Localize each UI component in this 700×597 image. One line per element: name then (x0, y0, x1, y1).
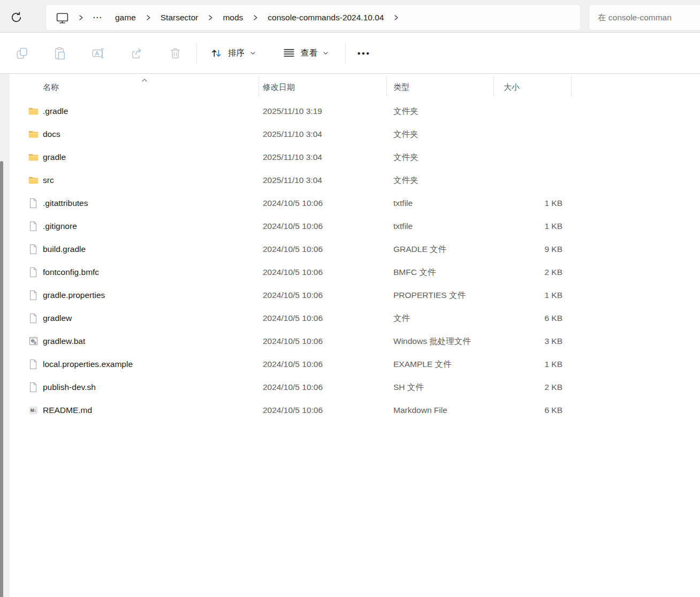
file-size: 9 KB (493, 238, 562, 261)
search-box[interactable] (589, 4, 700, 30)
file-row[interactable]: M↓ README.md 2024/10/5 10:06 Markdown Fi… (0, 399, 700, 422)
markdown-file-icon: M↓ (27, 399, 40, 422)
column-header-type[interactable]: 类型 (393, 75, 409, 98)
column-divider[interactable] (571, 76, 572, 96)
breadcrumb-chevron[interactable] (143, 14, 154, 21)
file-size (493, 123, 562, 146)
more-options-button[interactable]: ••• (351, 41, 377, 65)
column-divider[interactable] (386, 76, 387, 96)
file-row[interactable]: publish-dev.sh 2024/10/5 10:06 SH 文件 2 K… (0, 376, 700, 399)
delete-button[interactable] (164, 42, 186, 64)
file-row[interactable]: gradle 2025/11/10 3:04 文件夹 (0, 146, 700, 169)
folder-icon (27, 100, 40, 123)
file-row[interactable]: fontconfig.bmfc 2024/10/5 10:06 BMFC 文件 … (0, 261, 700, 284)
refresh-icon (10, 11, 23, 24)
file-row[interactable]: build.gradle 2024/10/5 10:06 GRADLE 文件 9… (0, 238, 700, 261)
chevron-down-icon (249, 50, 256, 57)
file-name: .gitattributes (43, 192, 88, 215)
file-row[interactable]: gradlew.bat 2024/10/5 10:06 Windows 批处理文… (0, 330, 700, 353)
breadcrumb-item-game[interactable]: game (108, 8, 143, 27)
file-row[interactable]: gradle.properties 2024/10/5 10:06 PROPER… (0, 284, 700, 307)
more-options-label: ••• (357, 49, 371, 58)
sort-arrows-icon (210, 47, 223, 60)
file-name: .gradle (43, 100, 68, 123)
this-pc-monitor-icon (55, 11, 70, 25)
file-name: gradle.properties (43, 284, 105, 307)
file-size: 2 KB (493, 261, 562, 284)
file-type: 文件夹 (393, 146, 419, 169)
file-type: 文件夹 (393, 100, 419, 123)
copy-button[interactable] (11, 42, 32, 64)
sort-label: 排序 (228, 48, 245, 59)
breadcrumb-item-starsector[interactable]: Starsector (154, 8, 206, 27)
file-size (493, 100, 562, 123)
svg-text:M↓: M↓ (30, 408, 36, 413)
generic-file-icon (27, 376, 40, 399)
file-type: Markdown File (393, 399, 447, 422)
file-size (493, 146, 562, 169)
breadcrumb-this-pc[interactable] (49, 11, 75, 25)
column-header-name[interactable]: 名称 (43, 75, 59, 98)
file-row[interactable]: .gitignore 2024/10/5 10:06 txtfile 1 KB (0, 215, 700, 238)
file-date-modified: 2024/10/5 10:06 (263, 330, 323, 353)
copy-icon (14, 46, 29, 60)
file-date-modified: 2024/10/5 10:06 (263, 376, 323, 399)
sort-ascending-caret-icon (141, 75, 148, 85)
generic-file-icon (27, 215, 40, 238)
breadcrumb-addressbar[interactable]: ⋯ game Starsector mods console-commands-… (45, 4, 581, 30)
paste-button[interactable] (49, 42, 70, 64)
file-type: 文件 (393, 307, 410, 330)
address-toolbar: ⋯ game Starsector mods console-commands-… (0, 0, 700, 32)
file-row[interactable]: local.properties.example 2024/10/5 10:06… (0, 353, 700, 376)
file-row[interactable]: src 2025/11/10 3:04 文件夹 (0, 169, 700, 192)
breadcrumb-overflow[interactable]: ⋯ (86, 12, 108, 23)
breadcrumb-chevron[interactable] (391, 14, 401, 21)
rename-button[interactable] (87, 42, 109, 64)
file-date-modified: 2024/10/5 10:06 (263, 215, 323, 238)
file-row[interactable]: .gitattributes 2024/10/5 10:06 txtfile 1… (0, 192, 700, 215)
file-row[interactable]: gradlew 2024/10/5 10:06 文件 6 KB (0, 307, 700, 330)
file-date-modified: 2024/10/5 10:06 (263, 284, 323, 307)
file-name: .gitignore (43, 215, 77, 238)
file-name: gradlew (43, 307, 72, 330)
column-divider[interactable] (493, 76, 494, 96)
rename-icon (91, 46, 105, 60)
file-date-modified: 2024/10/5 10:06 (263, 238, 323, 261)
paste-icon (52, 46, 67, 60)
file-type: 文件夹 (393, 169, 419, 192)
breadcrumb-chevron[interactable] (75, 14, 86, 21)
breadcrumb-chevron[interactable] (250, 14, 261, 21)
search-input[interactable] (589, 13, 700, 22)
column-header-date-modified[interactable]: 修改日期 (263, 75, 295, 98)
column-header-size[interactable]: 大小 (504, 75, 520, 98)
generic-file-icon (27, 261, 40, 284)
view-button[interactable]: 查看 (277, 41, 334, 65)
chevron-right-icon (144, 14, 152, 21)
file-name: src (43, 169, 54, 192)
toolbar-separator (345, 43, 346, 64)
sort-button[interactable]: 排序 (204, 41, 262, 65)
share-button[interactable] (126, 42, 147, 64)
breadcrumb-chevron[interactable] (205, 14, 216, 21)
view-details-icon (282, 46, 296, 60)
toolbar-divider (0, 73, 700, 74)
breadcrumb-item-console-commands[interactable]: console-commands-2024.10.04 (261, 8, 391, 27)
file-size: 1 KB (493, 353, 562, 376)
file-name: docs (43, 123, 60, 146)
file-date-modified: 2024/10/5 10:06 (263, 307, 323, 330)
chevron-right-icon (207, 14, 214, 21)
file-size: 2 KB (493, 376, 562, 399)
breadcrumb-item-mods[interactable]: mods (216, 8, 250, 27)
file-row[interactable]: .gradle 2025/11/10 3:19 文件夹 (0, 100, 700, 123)
file-name: local.properties.example (43, 353, 133, 376)
file-row[interactable]: docs 2025/11/10 3:04 文件夹 (0, 123, 700, 146)
folder-icon (27, 146, 40, 169)
chevron-right-icon (252, 14, 259, 21)
generic-file-icon (27, 307, 40, 330)
folder-icon (27, 169, 40, 192)
file-date-modified: 2025/11/10 3:04 (263, 169, 322, 192)
generic-file-icon (27, 284, 40, 307)
column-divider[interactable] (258, 76, 259, 96)
share-icon (130, 46, 144, 60)
refresh-button[interactable] (9, 10, 24, 25)
